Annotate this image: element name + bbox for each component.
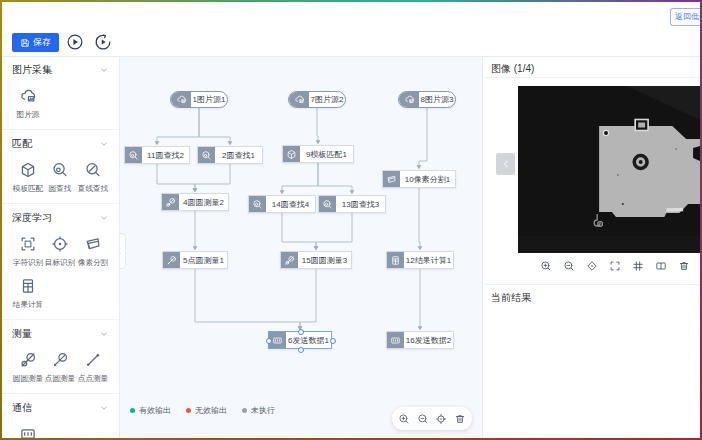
cloud-image-icon	[289, 92, 309, 107]
sidebar-item-protocol[interactable]	[12, 425, 44, 438]
node-label: 8图片源3	[419, 92, 455, 107]
legend-label: 未执行	[251, 405, 275, 416]
diamond-locate-icon[interactable]	[586, 260, 598, 272]
prev-image-button[interactable]	[496, 153, 515, 175]
sidebar-section-header[interactable]: 测量	[12, 327, 109, 341]
sidebar-item-label: 像素分割	[78, 257, 108, 267]
sidebar-item-圆圆测量[interactable]: 圆圆测量	[12, 351, 44, 384]
cloud-image-icon	[19, 87, 37, 105]
zoom-out-icon[interactable]	[563, 260, 575, 272]
chevron-down-icon	[99, 329, 109, 339]
sidebar-item-直线查找[interactable]: 直线查找	[77, 161, 109, 194]
flow-node-5点圆测量1[interactable]: 5点圆测量1	[162, 251, 228, 269]
sidebar-section-0: 图片采集图片源	[2, 56, 119, 130]
sidebar-item-点点测量[interactable]: 点点测量	[77, 351, 109, 384]
sidebar-item-字符识别[interactable]: 字符识别	[12, 235, 44, 268]
chevron-down-icon	[99, 213, 109, 223]
tool-sidebar: 图片采集图片源匹配模板匹配圆查找直线查找深度学习字符识别目标识别像素分割结果计算…	[2, 56, 120, 438]
protocol-icon	[387, 332, 404, 348]
result-calc-icon	[19, 277, 37, 295]
measure-cc-icon	[281, 252, 298, 268]
sidebar-section-4: 通信	[2, 394, 119, 438]
flow-node-15圆圆测量3[interactable]: 15圆圆测量3	[280, 251, 352, 269]
protocol-icon	[269, 332, 286, 348]
section-title: 匹配	[12, 137, 32, 151]
circle-find-icon	[198, 147, 215, 163]
trash-icon[interactable]	[454, 413, 466, 425]
flow-node-11圆查找2[interactable]: 11圆查找2	[124, 146, 190, 164]
measure-pc-icon	[51, 351, 69, 369]
section-items: 图片源	[12, 87, 109, 120]
save-button[interactable]: 保存	[12, 33, 59, 52]
flow-node-13圆查找3[interactable]: 13圆查找3	[318, 195, 386, 213]
flow-canvas[interactable]: 有效输出无效输出未执行 1图片源17图片源28图片源311圆查找22圆查找19模…	[120, 56, 482, 438]
node-handle-left[interactable]	[266, 338, 272, 344]
legend-label: 有效输出	[139, 405, 171, 416]
legend-label: 无效输出	[195, 405, 227, 416]
sidebar-item-圆查找[interactable]: 圆查找	[44, 161, 76, 194]
flow-node-9模板匹配1[interactable]: 9模板匹配1	[282, 145, 354, 163]
node-handle-right[interactable]	[330, 338, 336, 344]
chevron-down-icon	[99, 403, 109, 413]
app-window: 返回低代 保存 图片采集图片源匹配模板匹配圆查找直线查找深度学习字符识别目标识别…	[0, 0, 702, 440]
flow-node-10像素分割1[interactable]: 10像素分割1	[382, 170, 456, 188]
measure-cc-icon	[162, 194, 179, 210]
sidebar-item-目标识别[interactable]: 目标识别	[44, 235, 76, 268]
sidebar-item-像素分割[interactable]: 像素分割	[77, 235, 109, 268]
node-handle-top[interactable]	[298, 329, 304, 335]
line-find-icon	[84, 161, 102, 179]
save-icon	[20, 38, 30, 48]
sidebar-section-3: 测量圆圆测量点圆测量点点测量	[2, 320, 119, 394]
flow-node-16发送数据2[interactable]: 16发送数据2	[386, 331, 454, 349]
sidebar-section-header[interactable]: 匹配	[12, 137, 109, 151]
flow-node-4圆圆测量2[interactable]: 4圆圆测量2	[161, 193, 229, 211]
legend-item: 有效输出	[130, 405, 171, 416]
zoom-out-icon[interactable]	[417, 413, 429, 425]
circle-find-icon	[319, 196, 336, 212]
sidebar-item-label: 直线查找	[78, 183, 108, 193]
fullscreen-icon[interactable]	[609, 260, 621, 272]
flow-node-1图片源1[interactable]: 1图片源1	[170, 91, 228, 108]
compare-icon[interactable]	[655, 260, 667, 272]
flow-node-6发送数据1[interactable]: 6发送数据1	[268, 331, 332, 349]
flow-node-12结果计算1[interactable]: 12结果计算1	[386, 251, 454, 269]
sidebar-item-模板匹配[interactable]: 模板匹配	[12, 161, 44, 194]
zoom-in-icon[interactable]	[540, 260, 552, 272]
run-button[interactable]	[66, 33, 84, 51]
capture-border-top	[0, 0, 702, 2]
grid-icon[interactable]	[632, 260, 644, 272]
chevron-left-icon	[501, 159, 511, 169]
flow-node-7图片源2[interactable]: 7图片源2	[288, 91, 346, 108]
back-to-lowcode-button[interactable]: 返回低代	[670, 8, 700, 26]
zoom-in-icon[interactable]	[398, 413, 410, 425]
sidebar-section-header[interactable]: 通信	[12, 401, 109, 415]
target-icon	[51, 235, 69, 253]
sidebar-section-header[interactable]: 深度学习	[12, 211, 109, 225]
flow-node-8图片源3[interactable]: 8图片源3	[398, 91, 456, 108]
measure-pp-icon	[84, 351, 102, 369]
measure-cc-icon	[19, 351, 37, 369]
sidebar-item-label: 模板匹配	[13, 183, 43, 193]
menu-icon[interactable]	[12, 9, 25, 22]
flow-node-2圆查找1[interactable]: 2圆查找1	[197, 146, 263, 164]
toolbar: 保存	[2, 28, 700, 57]
node-label: 13圆查找3	[336, 196, 385, 212]
current-result-title: 当前结果	[491, 291, 531, 305]
sidebar-item-结果计算[interactable]: 结果计算	[12, 277, 44, 310]
sidebar-section-header[interactable]: 图片采集	[12, 63, 109, 77]
sidebar-item-图片源[interactable]: 图片源	[12, 87, 44, 120]
panel-divider	[483, 284, 700, 285]
node-label: 6发送数据1	[286, 332, 331, 348]
flow-node-14圆查找4[interactable]: 14圆查找4	[248, 195, 316, 213]
preview-image[interactable]	[518, 86, 700, 253]
ocr-icon	[19, 235, 37, 253]
cube-icon	[19, 161, 37, 179]
sidebar-section-1: 匹配模板匹配圆查找直线查找	[2, 130, 119, 204]
section-items: 模板匹配圆查找直线查找	[12, 161, 109, 194]
node-handle-bottom[interactable]	[298, 347, 304, 353]
locate-icon[interactable]	[435, 413, 447, 425]
run-once-button[interactable]	[94, 33, 112, 51]
section-title: 图片采集	[12, 63, 52, 77]
trash-icon[interactable]	[678, 260, 690, 272]
sidebar-item-点圆测量[interactable]: 点圆测量	[44, 351, 76, 384]
